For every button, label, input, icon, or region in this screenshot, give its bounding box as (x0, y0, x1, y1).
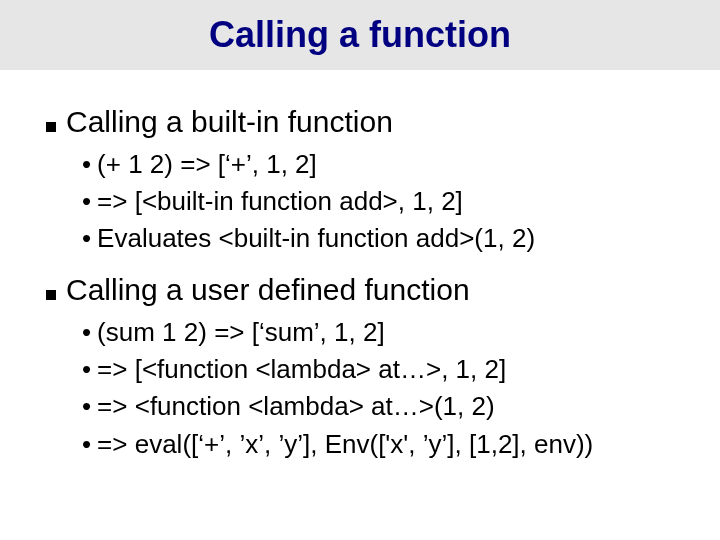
lvl2-text: => eval([‘+’, ’x’, ’y’], Env(['x', ’y’],… (97, 427, 593, 462)
dot-bullet-icon: • (82, 184, 91, 219)
dot-bullet-icon: • (82, 352, 91, 387)
dot-bullet-icon: • (82, 427, 91, 462)
lvl2-text: => <function <lambda> at…>(1, 2) (97, 389, 494, 424)
title-bar: Calling a function (0, 0, 720, 70)
dot-bullet-icon: • (82, 221, 91, 256)
lvl2-text: (+ 1 2) => [‘+’, 1, 2] (97, 147, 317, 182)
lvl2-text: => [<built-in function add>, 1, 2] (97, 184, 463, 219)
bullet-lvl1: Calling a user defined function (46, 270, 690, 309)
bullet-lvl2: • (+ 1 2) => [‘+’, 1, 2] (82, 147, 690, 182)
dot-bullet-icon: • (82, 315, 91, 350)
lvl2-text: (sum 1 2) => [‘sum’, 1, 2] (97, 315, 385, 350)
bullet-lvl2: • => [<function <lambda> at…>, 1, 2] (82, 352, 690, 387)
slide-title: Calling a function (0, 14, 720, 56)
slide-content: Calling a built-in function • (+ 1 2) =>… (0, 70, 720, 462)
bullet-lvl2: • (sum 1 2) => [‘sum’, 1, 2] (82, 315, 690, 350)
bullet-lvl2: • => eval([‘+’, ’x’, ’y’], Env(['x', ’y’… (82, 427, 690, 462)
slide: Calling a function Calling a built-in fu… (0, 0, 720, 540)
lvl2-text: => [<function <lambda> at…>, 1, 2] (97, 352, 506, 387)
dot-bullet-icon: • (82, 389, 91, 424)
dot-bullet-icon: • (82, 147, 91, 182)
bullet-lvl2: • Evaluates <built-in function add>(1, 2… (82, 221, 690, 256)
lvl1-text: Calling a built-in function (66, 102, 393, 141)
lvl2-text: Evaluates <built-in function add>(1, 2) (97, 221, 535, 256)
bullet-lvl2: • => [<built-in function add>, 1, 2] (82, 184, 690, 219)
square-bullet-icon (46, 122, 56, 132)
lvl1-text: Calling a user defined function (66, 270, 470, 309)
square-bullet-icon (46, 290, 56, 300)
bullet-lvl2: • => <function <lambda> at…>(1, 2) (82, 389, 690, 424)
bullet-lvl1: Calling a built-in function (46, 102, 690, 141)
